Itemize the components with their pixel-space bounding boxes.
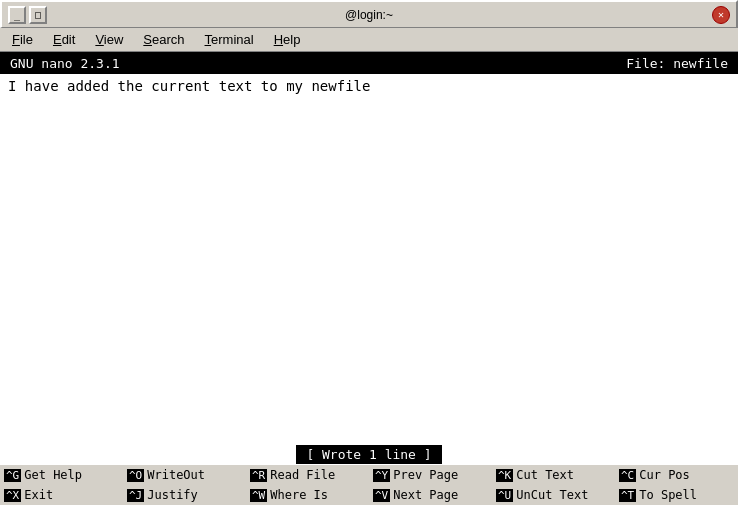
- shortcut-key-icon: ^J: [127, 489, 144, 502]
- shortcut-bar-row2: ^XExit^JJustify^WWhere Is^VNext Page^UUn…: [0, 485, 738, 505]
- menu-view[interactable]: View: [87, 30, 131, 49]
- nano-filename: File: newfile: [626, 56, 728, 71]
- shortcut-label: Justify: [147, 488, 198, 502]
- shortcut-read-file: ^RRead File: [246, 467, 369, 483]
- close-button[interactable]: ✕: [712, 6, 730, 24]
- shortcut-key-icon: ^C: [619, 469, 636, 482]
- shortcut-label: Exit: [24, 488, 53, 502]
- menu-bar: File Edit View Search Terminal Help: [0, 28, 738, 52]
- shortcut-exit: ^XExit: [0, 487, 123, 503]
- shortcut-cut-text: ^KCut Text: [492, 467, 615, 483]
- window-title: @login:~: [68, 8, 670, 22]
- title-bar: _ □ @login:~ ✕: [0, 0, 738, 28]
- shortcut-get-help: ^GGet Help: [0, 467, 123, 483]
- minimize-button[interactable]: _: [8, 6, 26, 24]
- shortcut-label: Read File: [270, 468, 335, 482]
- shortcut-label: Cur Pos: [639, 468, 690, 482]
- shortcut-cur-pos: ^CCur Pos: [615, 467, 738, 483]
- editor-area[interactable]: I have added the current text to my newf…: [0, 74, 738, 443]
- shortcut-where-is: ^WWhere Is: [246, 487, 369, 503]
- shortcut-uncut-text: ^UUnCut Text: [492, 487, 615, 503]
- status-message: [ Wrote 1 line ]: [296, 445, 441, 464]
- menu-terminal[interactable]: Terminal: [197, 30, 262, 49]
- menu-edit[interactable]: Edit: [45, 30, 83, 49]
- shortcut-label: Prev Page: [393, 468, 458, 482]
- shortcut-key-icon: ^G: [4, 469, 21, 482]
- shortcut-key-icon: ^Y: [373, 469, 390, 482]
- shortcut-label: WriteOut: [147, 468, 205, 482]
- nano-version: GNU nano 2.3.1: [10, 56, 120, 71]
- shortcut-justify: ^JJustify: [123, 487, 246, 503]
- shortcut-label: To Spell: [639, 488, 697, 502]
- shortcut-label: Next Page: [393, 488, 458, 502]
- shortcut-key-icon: ^W: [250, 489, 267, 502]
- shortcut-prev-page: ^YPrev Page: [369, 467, 492, 483]
- shortcut-label: Cut Text: [516, 468, 574, 482]
- shortcut-next-page: ^VNext Page: [369, 487, 492, 503]
- shortcut-key-icon: ^V: [373, 489, 390, 502]
- shortcut-bar-row1: ^GGet Help^OWriteOut^RRead File^YPrev Pa…: [0, 465, 738, 485]
- shortcut-label: Where Is: [270, 488, 328, 502]
- maximize-button[interactable]: □: [29, 6, 47, 24]
- menu-help[interactable]: Help: [266, 30, 309, 49]
- shortcut-label: Get Help: [24, 468, 82, 482]
- shortcut-key-icon: ^X: [4, 489, 21, 502]
- shortcut-key-icon: ^O: [127, 469, 144, 482]
- shortcut-label: UnCut Text: [516, 488, 588, 502]
- shortcut-key-icon: ^K: [496, 469, 513, 482]
- shortcut-key-icon: ^R: [250, 469, 267, 482]
- shortcut-key-icon: ^T: [619, 489, 636, 502]
- shortcut-key-icon: ^U: [496, 489, 513, 502]
- nano-header: GNU nano 2.3.1 File: newfile: [0, 52, 738, 74]
- shortcut-to-spell: ^TTo Spell: [615, 487, 738, 503]
- status-bar: [ Wrote 1 line ]: [0, 443, 738, 465]
- menu-search[interactable]: Search: [135, 30, 192, 49]
- menu-file[interactable]: File: [4, 30, 41, 49]
- shortcut-writeout: ^OWriteOut: [123, 467, 246, 483]
